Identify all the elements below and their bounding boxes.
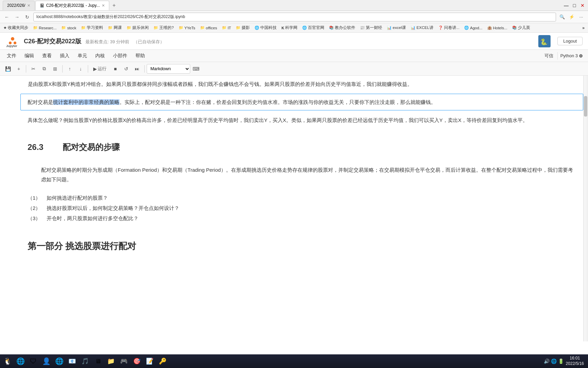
menu-insert[interactable]: 插入 xyxy=(56,51,74,60)
close-button[interactable]: ✕ xyxy=(580,3,585,8)
python-logo-svg: 🐍 xyxy=(538,35,551,47)
cell-section-heading-content[interactable]: 26.3 配对交易的步骤 xyxy=(20,129,583,162)
bookmark-it[interactable]: 📁 IT xyxy=(220,25,233,31)
search-icon[interactable]: 🔍 xyxy=(558,13,566,21)
cell-section-text-content[interactable]: 配对交易策略的时期分为形成期（Formation Period）和交易期（Tra… xyxy=(20,162,583,190)
cell-list-content[interactable]: （1） 如何挑选进行配对的股票？ （2） 挑选好股票对以后，如何制定交易策略？开… xyxy=(20,191,583,225)
toolbar-divider-2 xyxy=(62,65,63,73)
bookmark-baiguan[interactable]: 🌐 百官官网 xyxy=(300,25,326,31)
menu-edit[interactable]: 编辑 xyxy=(20,51,38,60)
tab-1[interactable]: 2022/026/ ✕ xyxy=(3,1,35,10)
maximize-button[interactable]: □ xyxy=(572,3,577,8)
taskbar-browser-icon[interactable]: 🌐 xyxy=(14,355,27,367)
minimize-button[interactable]: — xyxy=(564,3,569,8)
kernel-status-circle xyxy=(579,54,583,58)
copy-button[interactable]: ⧉ xyxy=(39,64,49,74)
run-button[interactable]: ▶ 运行 xyxy=(90,64,110,74)
tab-2-close[interactable]: ✕ xyxy=(102,3,105,8)
menu-help[interactable]: 帮助 xyxy=(131,51,149,60)
study-icon: 📁 xyxy=(81,26,86,30)
menu-file[interactable]: 文件 xyxy=(3,51,20,60)
bookmark-children-eng[interactable]: 📚 少儿英 xyxy=(510,25,532,31)
cell-2-content[interactable]: 配对交易是统计套利中的非常经典的策略。实际上，配对交易是一种下注：你在赌，价差会… xyxy=(20,94,583,110)
bookmark-stock[interactable]: 📁 stock xyxy=(59,25,78,31)
bookmark-excel[interactable]: 📊 excel课 xyxy=(385,25,408,31)
section-heading-prompt xyxy=(0,129,20,162)
save-button[interactable]: 💾 xyxy=(3,64,13,74)
stop-button[interactable]: ■ xyxy=(110,64,120,74)
restart-run-button[interactable]: ⏭ xyxy=(132,64,142,74)
taskbar-folder-icon[interactable]: 📁 xyxy=(105,355,117,367)
keyboard-shortcuts-button[interactable]: ⌨ xyxy=(191,64,201,74)
list-item-1: （1） 如何挑选进行配对的股票？ xyxy=(28,193,576,203)
paste-button[interactable]: ⊞ xyxy=(50,64,60,74)
add-cell-button[interactable]: + xyxy=(14,64,24,74)
bookmarks-more-button[interactable]: » xyxy=(580,25,587,31)
more-options-icon[interactable]: ··· xyxy=(577,13,585,21)
excel-icon: 📊 xyxy=(387,26,392,30)
scrollbar[interactable] xyxy=(583,76,588,341)
cell-part1-content[interactable]: 第一部分 挑选股票进行配对 xyxy=(20,226,583,263)
scrollbar-thumb[interactable] xyxy=(584,96,587,117)
cbnweek-icon: 📰 xyxy=(360,26,365,30)
bookmark-qa[interactable]: ❓ 问卷讲... xyxy=(436,25,462,31)
tab-1-close[interactable]: ✕ xyxy=(27,3,30,8)
notebook-title: C26-配对交易2022版 xyxy=(24,38,81,45)
cut-button[interactable]: ✂ xyxy=(28,64,38,74)
section-title: 配对交易的步骤 xyxy=(63,140,120,154)
cell-type-select[interactable]: Markdown Code Raw NBConvert Heading xyxy=(147,64,190,74)
back-button[interactable]: ← xyxy=(3,13,11,21)
tab-2-label: C26-配对交易2022版 - Jupy... xyxy=(46,3,100,9)
move-down-button[interactable]: ↓ xyxy=(76,64,86,74)
bookmark-wangwei[interactable]: 📁 王维的? xyxy=(151,25,176,31)
list-item-1-num: （1） xyxy=(28,193,41,203)
move-up-button[interactable]: ↑ xyxy=(65,64,75,74)
taskbar-globe-icon[interactable]: 🌐 xyxy=(53,355,65,367)
bookmark-syncfavs[interactable]: ★ 收藏夹同步 xyxy=(1,25,30,31)
baiguan-icon: 🌐 xyxy=(302,26,307,30)
bookmark-course[interactable]: 📁 网课 xyxy=(106,25,124,31)
menu-kernel[interactable]: 内核 xyxy=(91,51,109,60)
taskbar-user-icon[interactable]: 👤 xyxy=(40,355,52,367)
cell-3-content[interactable]: 具体怎么做呢？例如当股票Y的价格比股票X的价格高出许多，价差已经明显高于历史平均… xyxy=(20,112,583,128)
new-tab-button[interactable]: + xyxy=(110,1,118,10)
restart-button[interactable]: ↺ xyxy=(121,64,131,74)
forward-button[interactable]: → xyxy=(13,13,21,21)
bookmark-entertain[interactable]: 📁 娱乐休闲 xyxy=(125,25,151,31)
bookmark-offices[interactable]: 📁 offices xyxy=(198,25,219,31)
taskbar-target-icon[interactable]: 🎯 xyxy=(131,355,143,367)
bookmark-office-teach[interactable]: 📚 教办公软件 xyxy=(327,25,357,31)
bookmark-excel2[interactable]: 📊 EXCEL讲 xyxy=(409,25,436,31)
bookmark-research[interactable]: 📁 Researc... xyxy=(31,25,59,31)
extension-icon[interactable]: ⚡ xyxy=(568,13,576,21)
tab-2[interactable]: 📓 C26-配对交易2022版 - Jupy... ✕ xyxy=(35,1,109,10)
menu-widgets[interactable]: 小部件 xyxy=(109,51,131,60)
refresh-button[interactable]: ↻ xyxy=(23,13,31,21)
bookmark-yyets[interactable]: 📁 YYeTs xyxy=(177,25,197,31)
bookmark-cntech[interactable]: 🌐 中国科技 xyxy=(252,25,279,31)
taskbar-shield-icon[interactable]: 🛡 xyxy=(27,355,39,367)
taskbar-notes-icon[interactable]: 📝 xyxy=(144,355,156,367)
address-input[interactable] xyxy=(33,13,556,21)
cell-1-prompt xyxy=(0,76,20,92)
bookmark-cbnweek[interactable]: 📰 第一财经 xyxy=(358,25,384,31)
taskbar-key-icon[interactable]: 🔑 xyxy=(157,355,169,367)
taskbar-mail-icon[interactable]: 📧 xyxy=(66,355,78,367)
taskbar-start-icon[interactable]: 🐧 xyxy=(1,355,14,367)
bookmark-syncfavs-label: 收藏夹同步 xyxy=(8,25,28,30)
logout-button[interactable]: Logout xyxy=(557,37,583,45)
taskbar-game-icon[interactable]: 🎮 xyxy=(118,355,130,367)
bookmark-study[interactable]: 📁 学习资料 xyxy=(79,25,105,31)
bookmark-course-label: 网课 xyxy=(114,25,122,30)
taskbar-music-icon[interactable]: 🎵 xyxy=(79,355,91,367)
bookmark-hotels-label: Hotels... xyxy=(493,26,507,30)
bookmark-hotels[interactable]: 🏨 Hotels... xyxy=(485,25,509,31)
bookmark-sciencenet[interactable]: K 科学网 xyxy=(279,25,299,31)
menu-view[interactable]: 查看 xyxy=(38,51,56,60)
menu-cell[interactable]: 单元 xyxy=(74,51,91,60)
cell-1-content[interactable]: 是由股票X和股票Y构造对冲组合。如果两只股票都保持同步涨幅或者跌幅，我们既不会赚… xyxy=(20,76,583,92)
section-26-3-heading: 26.3 配对交易的步骤 xyxy=(28,140,576,154)
bookmark-photo[interactable]: 📁 摄影 xyxy=(234,25,252,31)
bookmark-agoda[interactable]: 🌐 Agod... xyxy=(462,25,484,31)
taskbar-monitor-icon[interactable]: 🖥 xyxy=(92,355,104,367)
